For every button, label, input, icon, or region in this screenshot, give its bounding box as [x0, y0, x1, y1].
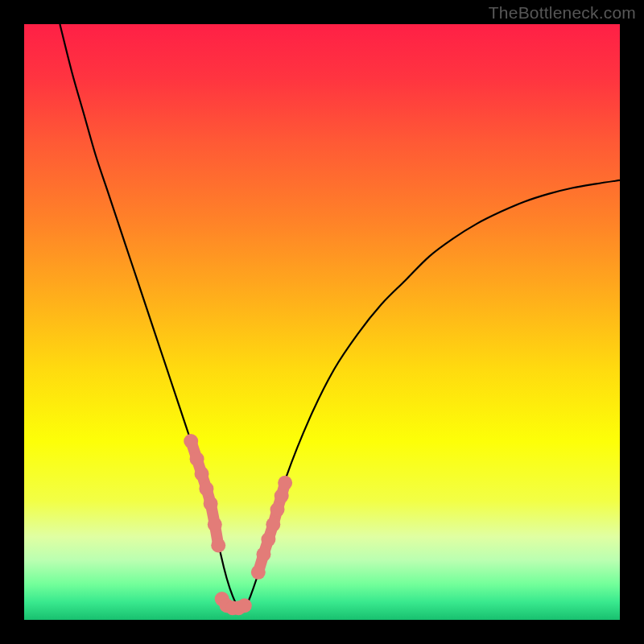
marker-dot [211, 539, 225, 553]
marker-dot [266, 518, 280, 532]
marker-dot [190, 452, 204, 466]
marker-dot [261, 532, 275, 547]
chart-svg [24, 24, 620, 620]
chart-frame: TheBottleneck.com [0, 0, 644, 644]
marker-dot [270, 502, 285, 517]
marker-dot [195, 467, 209, 481]
marker-dot [237, 598, 252, 613]
marker-dot [251, 565, 266, 580]
marker-dot [256, 547, 270, 562]
marker-dot [184, 434, 198, 448]
marker-dot [278, 476, 292, 490]
gradient-background [24, 24, 620, 620]
marker-dot [204, 497, 218, 511]
watermark-text: TheBottleneck.com [489, 3, 636, 23]
chart-plot [24, 24, 620, 620]
marker-dot [208, 518, 222, 532]
marker-dot [275, 489, 289, 503]
marker-dot [199, 481, 213, 496]
